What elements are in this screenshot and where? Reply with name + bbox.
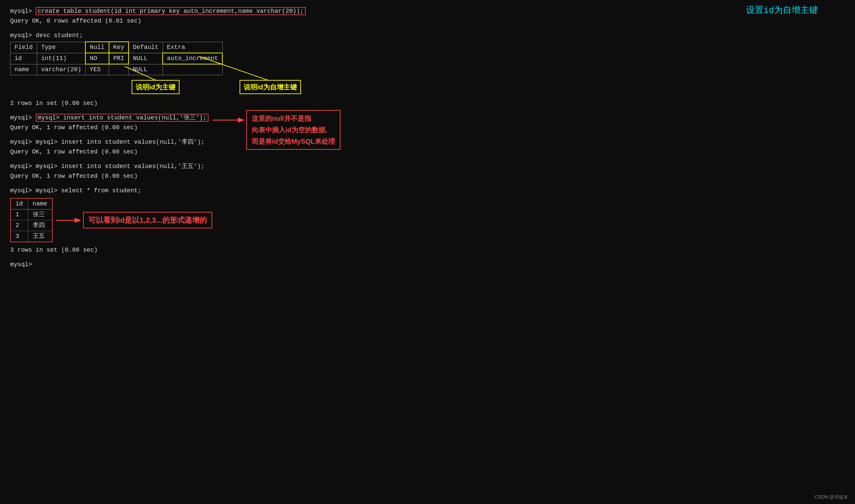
desc-table-row-id: id int(11) NO PRI NULL auto_increment [11, 53, 223, 64]
create-cmd-text: create table student(id int primary key … [36, 7, 306, 15]
desc-col-default: Default [128, 42, 163, 53]
annotation-null-line1: 这里的null并不是指 [252, 113, 335, 124]
select-id-3: 3 [11, 231, 28, 242]
select-result-table: id name 1 张三 2 李四 3 王五 [10, 198, 53, 242]
desc-col-key: Key [109, 42, 128, 53]
select-rows-text: 3 rows in set (0.00 sec) [10, 247, 97, 253]
desc-col-null: Null [85, 42, 109, 53]
insert2-result-line: Query OK, 1 row affected (0.00 sec) [10, 147, 845, 157]
select-header-row: id name [11, 198, 52, 210]
select-line: mysql> mysql> select * from student; [10, 186, 845, 195]
select-row-1: 1 张三 [11, 210, 52, 220]
insert1-result-text: Query OK, 1 row affected (0.00 sec) [10, 124, 138, 131]
desc-cmd-text: mysql> desc student; [10, 32, 83, 39]
insert3-result-text: Query OK, 1 row affected (0.00 sec) [10, 173, 138, 179]
select-col-name: name [28, 198, 52, 210]
desc-id-field: id [11, 53, 37, 64]
desc-name-key [109, 64, 128, 75]
insert3-cmd: mysql> insert into student values(null,'… [36, 163, 204, 170]
desc-table: Field Type Null Key Default Extra id int… [10, 41, 223, 75]
create-command-line: mysql> create table student(id int prima… [10, 7, 306, 16]
terminal-wrapper: mysql> create table student(id int prima… [10, 7, 845, 269]
prompt-select: mysql> [10, 187, 36, 194]
create-result-line: Query OK, 0 rows affected (0.01 sec) [10, 17, 845, 25]
insert3-line: mysql> mysql> insert into student values… [10, 162, 845, 171]
insert2-result-text: Query OK, 1 row affected (0.00 sec) [10, 148, 138, 155]
desc-rows-info: 2 rows in set (0.00 sec) [10, 99, 845, 108]
prompt-1: mysql> [10, 8, 36, 15]
select-name-1: 张三 [28, 210, 52, 220]
select-row-3: 3 王五 [11, 231, 52, 242]
watermark: CSDN @月临木 [815, 493, 848, 501]
desc-annotations-area: 说明id为主键 说明id为自增主键 [10, 76, 845, 97]
select-name-3: 王五 [28, 231, 52, 242]
annotation-auto-increment: 设置id为自增主键 [746, 4, 818, 17]
desc-table-container: Field Type Null Key Default Extra id int… [10, 41, 845, 97]
desc-table-header-row: Field Type Null Key Default Extra [11, 42, 223, 53]
desc-name-type: varchar(20) [37, 64, 86, 75]
select-table-section: id name 1 张三 2 李四 3 王五 [10, 197, 845, 244]
desc-command-line: mysql> desc student; [10, 31, 845, 40]
increment-annotation-area: 可以看到id是以1,2,3...的形式递增的 [56, 212, 212, 228]
select-col-id: id [11, 198, 28, 210]
select-id-1: 1 [11, 210, 28, 220]
desc-name-extra [163, 64, 222, 75]
select-table-wrapper: id name 1 张三 2 李四 3 王五 [10, 197, 53, 244]
annotation-null-box: 这里的null并不是指 向表中插入id为空的数据, 而是将id交给MySQL来处… [246, 110, 340, 150]
desc-id-default: NULL [128, 53, 163, 64]
desc-id-key: PRI [109, 53, 128, 64]
insert1-cmd: mysql> insert into student values(null,'… [36, 114, 209, 122]
select-name-2: 李四 [28, 220, 52, 231]
select-id-2: 2 [11, 220, 28, 231]
desc-rows-text: 2 rows in set (0.00 sec) [10, 100, 97, 107]
increment-arrow-svg [56, 215, 83, 226]
annotation-auto-inc-2: 说明id为自增主键 [239, 80, 301, 94]
create-result-text: Query OK, 0 rows affected (0.01 sec) [10, 18, 141, 24]
desc-name-field: name [11, 64, 37, 75]
desc-name-default: NULL [128, 64, 163, 75]
prompt-insert2: mysql> [10, 139, 36, 145]
insert1-result-line: Query OK, 1 row affected (0.00 sec) [10, 123, 845, 132]
desc-id-null: NO [85, 53, 109, 64]
create-section: mysql> create table student(id int prima… [10, 7, 845, 16]
select-rows-info: 3 rows in set (0.00 sec) [10, 246, 845, 255]
insert2-line: mysql> mysql> insert into student values… [10, 138, 845, 147]
desc-table-row-name: name varchar(20) YES NULL [11, 64, 223, 75]
desc-col-type: Type [37, 42, 86, 53]
desc-col-extra: Extra [163, 42, 222, 53]
desc-id-extra: auto_increment [163, 53, 222, 64]
prompt-insert3: mysql> [10, 163, 36, 170]
final-prompt-line: mysql> [10, 260, 845, 269]
prompt-insert1: mysql> [10, 114, 36, 121]
annotation-primary-key: 说明id为主键 [131, 80, 179, 94]
annotation-null-line3: 而是将id交给MySQL来处理 [252, 136, 335, 147]
select-row-2: 2 李四 [11, 220, 52, 231]
desc-col-field: Field [11, 42, 37, 53]
select-cmd: mysql> select * from student; [36, 187, 141, 194]
insert3-result-line: Query OK, 1 row affected (0.00 sec) [10, 172, 845, 181]
desc-id-type: int(11) [37, 53, 86, 64]
insert1-section: mysql> mysql> insert into student values… [10, 113, 845, 123]
desc-name-null: YES [85, 64, 109, 75]
final-prompt-text: mysql> [10, 261, 32, 268]
annotation-null-line2: 向表中插入id为空的数据, [252, 124, 335, 136]
annotation-increment: 可以看到id是以1,2,3...的形式递增的 [83, 212, 212, 228]
insert2-cmd: mysql> insert into student values(null,'… [36, 139, 204, 145]
